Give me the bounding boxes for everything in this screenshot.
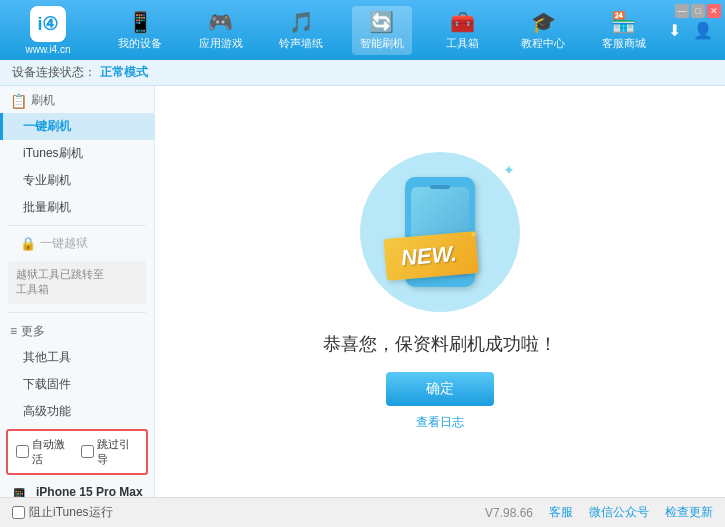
sidebar-notice: 越狱工具已跳转至工具箱 (8, 261, 146, 304)
itunes-check-label[interactable]: 阻止iTunes运行 (12, 504, 113, 521)
maximize-button[interactable]: □ (691, 4, 705, 18)
status-bar: 阻止iTunes运行 V7.98.66 客服 微信公众号 检查更新 (0, 497, 725, 527)
sidebar-divider-1 (8, 225, 146, 226)
sidebar-pro-flash[interactable]: 专业刷机 (0, 167, 154, 194)
more-category-label: 更多 (21, 323, 45, 340)
nav-tutorial-label: 教程中心 (521, 36, 565, 51)
guide-activate-checkbox[interactable] (81, 445, 94, 458)
flash-category: 📋 刷机 (0, 86, 154, 113)
customer-service-link[interactable]: 客服 (549, 504, 573, 521)
phone-notch (430, 185, 450, 189)
nav-service-label: 客服商城 (602, 36, 646, 51)
version-label: V7.98.66 (485, 506, 533, 520)
nav-smart-flash[interactable]: 🔄 智能刷机 (352, 6, 412, 55)
view-log-link[interactable]: 查看日志 (416, 414, 464, 431)
nav-service[interactable]: 🏪 客服商城 (594, 6, 654, 55)
auto-activate-label[interactable]: 自动激活 (16, 437, 73, 467)
logo: i④ www.i4.cn (8, 6, 88, 55)
confirm-button[interactable]: 确定 (386, 372, 494, 406)
user-icon[interactable]: 👤 (689, 17, 717, 44)
new-banner: NEW. ✦ (383, 231, 478, 281)
itunes-checkbox[interactable] (12, 506, 25, 519)
nav-smart-flash-label: 智能刷机 (360, 36, 404, 51)
download-icon[interactable]: ⬇ (664, 17, 685, 44)
sidebar-download-fw[interactable]: 下载固件 (0, 371, 154, 398)
flash-section: 📋 刷机 一键刷机 iTunes刷机 专业刷机 批量刷机 (0, 86, 154, 221)
nav-my-device-label: 我的设备 (118, 36, 162, 51)
device-text: iPhone 15 Pro Max 512GB iPhone (36, 485, 143, 497)
sub-header-mode: 正常模式 (100, 64, 148, 81)
new-stars-decoration: ✦ (468, 227, 479, 242)
phone-circle: ✦ NEW. ✦ (360, 152, 520, 312)
app-games-icon: 🎮 (208, 10, 233, 34)
flash-category-label: 刷机 (31, 92, 55, 109)
device-phone-icon: 📱 (8, 487, 30, 497)
sidebar-bottom: 自动激活 跳过引导 📱 iPhone 15 Pro Max 512GB iPho… (0, 425, 154, 497)
minimize-button[interactable]: — (675, 4, 689, 18)
sub-header-prefix: 设备连接状态： (12, 64, 96, 81)
main-layout: 📋 刷机 一键刷机 iTunes刷机 专业刷机 批量刷机 🔒 (0, 86, 725, 497)
sidebar-advanced[interactable]: 高级功能 (0, 398, 154, 425)
sub-header: 设备连接状态： 正常模式 (0, 60, 725, 86)
sidebar-other-tools[interactable]: 其他工具 (0, 344, 154, 371)
sidebar-itunes-flash[interactable]: iTunes刷机 (0, 140, 154, 167)
sidebar: 📋 刷机 一键刷机 iTunes刷机 专业刷机 批量刷机 🔒 (0, 86, 155, 497)
sidebar-divider-2 (8, 312, 146, 313)
more-category-icon: ≡ (10, 324, 17, 338)
header-right: ⬇ 👤 (664, 17, 717, 44)
nav-toolbox[interactable]: 🧰 工具箱 (433, 6, 493, 55)
wechat-link[interactable]: 微信公众号 (589, 504, 649, 521)
guide-activate-label[interactable]: 跳过引导 (81, 437, 138, 467)
toolbox-icon: 🧰 (450, 10, 475, 34)
logo-text: www.i4.cn (25, 44, 70, 55)
service-icon: 🏪 (611, 10, 636, 34)
new-text: NEW. (400, 241, 458, 271)
ringtone-icon: 🎵 (289, 10, 314, 34)
auto-activate-row: 自动激活 跳过引导 (6, 429, 148, 475)
more-category: ≡ 更多 (0, 317, 154, 344)
content-area: ✦ NEW. ✦ 恭喜您，保资料刷机成功啦！ (155, 86, 725, 497)
logo-icon: i④ (30, 6, 66, 42)
nav-tutorial[interactable]: 🎓 教程中心 (513, 6, 573, 55)
nav-ringtone-label: 铃声墙纸 (279, 36, 323, 51)
sparkles-decoration: ✦ (503, 162, 515, 178)
nav-app-games-label: 应用游戏 (199, 36, 243, 51)
sidebar-batch-flash[interactable]: 批量刷机 (0, 194, 154, 221)
device-name: iPhone 15 Pro Max (36, 485, 143, 497)
itunes-label: 阻止iTunes运行 (29, 504, 113, 521)
my-device-icon: 📱 (128, 10, 153, 34)
success-illustration: ✦ NEW. ✦ (360, 152, 520, 312)
nav-bar: 📱 我的设备 🎮 应用游戏 🎵 铃声墙纸 🔄 智能刷机 🧰 工具箱 🎓 (100, 6, 664, 55)
status-bar-left: 阻止iTunes运行 (12, 504, 469, 521)
nav-ringtone[interactable]: 🎵 铃声墙纸 (271, 6, 331, 55)
close-button[interactable]: ✕ (707, 4, 721, 18)
sidebar-jailbreak-disabled: 🔒 一键越狱 (0, 230, 154, 257)
auto-activate-checkbox[interactable] (16, 445, 29, 458)
smart-flash-icon: 🔄 (369, 10, 394, 34)
header: i④ www.i4.cn 📱 我的设备 🎮 应用游戏 🎵 铃声墙纸 🔄 智能刷机… (0, 0, 725, 60)
check-update-link[interactable]: 检查更新 (665, 504, 713, 521)
success-message: 恭喜您，保资料刷机成功啦！ (323, 332, 557, 356)
sidebar-one-key-flash[interactable]: 一键刷机 (0, 113, 154, 140)
flash-category-icon: 📋 (10, 93, 27, 109)
nav-app-games[interactable]: 🎮 应用游戏 (191, 6, 251, 55)
device-info: 📱 iPhone 15 Pro Max 512GB iPhone (0, 479, 154, 497)
window-controls: — □ ✕ (675, 4, 721, 18)
nav-my-device[interactable]: 📱 我的设备 (110, 6, 170, 55)
tutorial-icon: 🎓 (531, 10, 556, 34)
status-bar-right: V7.98.66 客服 微信公众号 检查更新 (485, 504, 713, 521)
nav-toolbox-label: 工具箱 (446, 36, 479, 51)
